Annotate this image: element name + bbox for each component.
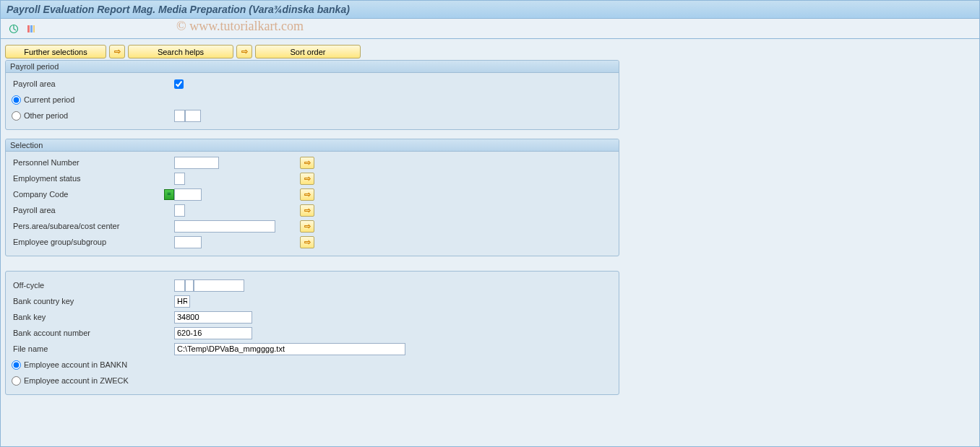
selection-options-icon[interactable]: =	[164, 189, 174, 200]
payroll-area-label: Payroll area	[12, 79, 174, 88]
pers-area-multi-button[interactable]: ⇨	[300, 220, 314, 233]
bank-account-number-label: Bank account number	[12, 329, 174, 337]
personnel-number-input[interactable]	[174, 157, 219, 169]
file-name-input[interactable]	[174, 343, 405, 355]
file-name-label: File name	[12, 344, 174, 353]
employee-group-multi-button[interactable]: ⇨	[300, 236, 314, 248]
selection-toolbar: Further selections ⇨ Search helps ⇨ Sort…	[5, 45, 975, 58]
selection-header: Selection	[6, 139, 619, 152]
search-helps-label: Search helps	[158, 48, 204, 56]
search-helps-button[interactable]: Search helps	[128, 45, 233, 58]
payroll-period-group: Payroll period Payroll area Current peri…	[5, 60, 619, 130]
employee-zweck-label: Employee account in ZWECK	[24, 376, 129, 385]
current-period-radio-wrap[interactable]: Current period	[12, 95, 74, 105]
svg-rect-2	[30, 25, 33, 32]
svg-rect-1	[27, 25, 30, 32]
variant-icon[interactable]	[24, 22, 38, 35]
pers-area-input[interactable]	[174, 220, 275, 233]
company-code-label: Company Code	[12, 190, 164, 199]
bank-key-label: Bank key	[12, 313, 174, 321]
personnel-number-label: Personnel Number	[12, 158, 174, 167]
employee-bankn-label: Employee account in BANKN	[24, 360, 127, 369]
arrow-right-icon: ⇨	[114, 47, 121, 56]
personnel-number-multi-button[interactable]: ⇨	[300, 157, 314, 169]
other-period-input-2[interactable]	[185, 110, 201, 122]
payroll-area-sel-input[interactable]	[174, 204, 185, 217]
payroll-period-header: Payroll period	[6, 61, 619, 73]
other-period-input-1[interactable]	[174, 110, 185, 122]
other-period-radio-wrap[interactable]: Other period	[12, 111, 68, 121]
other-period-radio[interactable]	[12, 111, 21, 121]
other-period-label: Other period	[24, 111, 68, 120]
employee-group-input[interactable]	[174, 236, 202, 248]
pers-area-label: Pers.area/subarea/cost center	[12, 222, 174, 230]
execute-icon[interactable]	[7, 22, 21, 35]
off-cycle-input-1[interactable]	[174, 279, 185, 292]
off-cycle-label: Off-cycle	[12, 281, 174, 290]
employee-group-label: Employee group/subgroup	[12, 238, 174, 246]
svg-rect-3	[33, 25, 35, 32]
details-group: Off-cycle Bank country key Bank key Bank…	[5, 271, 619, 395]
sort-order-button[interactable]: Sort order	[255, 45, 361, 58]
further-selections-button[interactable]: Further selections	[5, 45, 106, 58]
off-cycle-input-3[interactable]	[194, 279, 244, 292]
arrow-right-icon: ⇨	[304, 238, 311, 247]
employment-status-multi-button[interactable]: ⇨	[300, 173, 314, 185]
arrow-right-icon: ⇨	[304, 206, 311, 215]
search-helps-arrow-button[interactable]: ⇨	[109, 45, 125, 58]
employee-zweck-radio-wrap[interactable]: Employee account in ZWECK	[12, 376, 129, 386]
further-selections-label: Further selections	[24, 48, 87, 56]
off-cycle-input-2[interactable]	[185, 279, 194, 292]
bank-account-number-input[interactable]	[174, 327, 252, 339]
payroll-area-sel-label: Payroll area	[12, 206, 174, 214]
employee-bankn-radio-wrap[interactable]: Employee account in BANKN	[12, 360, 127, 370]
bank-key-input[interactable]	[174, 311, 252, 324]
employment-status-label: Employment status	[12, 174, 174, 183]
arrow-right-icon: ⇨	[241, 47, 248, 56]
sort-order-label: Sort order	[291, 48, 326, 56]
app-toolbar	[0, 19, 980, 39]
employee-zweck-radio[interactable]	[12, 376, 21, 386]
employee-bankn-radio[interactable]	[12, 360, 21, 370]
current-period-radio[interactable]	[12, 95, 21, 105]
arrow-right-icon: ⇨	[304, 190, 311, 199]
arrow-right-icon: ⇨	[304, 174, 311, 183]
arrow-right-icon: ⇨	[304, 158, 311, 168]
employment-status-input[interactable]	[174, 173, 185, 185]
payroll-area-sel-multi-button[interactable]: ⇨	[300, 204, 314, 217]
selection-group: Selection Personnel Number ⇨ Employment …	[5, 139, 619, 256]
page-title: Payroll Evaluation Report Mag. Media Pre…	[0, 0, 980, 19]
bank-country-key-label: Bank country key	[12, 297, 174, 305]
arrow-right-icon: ⇨	[304, 222, 311, 231]
sort-order-arrow-button[interactable]: ⇨	[236, 45, 252, 58]
content-area: Further selections ⇨ Search helps ⇨ Sort…	[0, 39, 980, 447]
company-code-input[interactable]	[174, 188, 202, 201]
bank-country-key-input[interactable]	[174, 295, 190, 308]
company-code-multi-button[interactable]: ⇨	[300, 188, 314, 201]
current-period-label: Current period	[24, 95, 74, 104]
payroll-area-checkbox[interactable]	[174, 79, 184, 89]
